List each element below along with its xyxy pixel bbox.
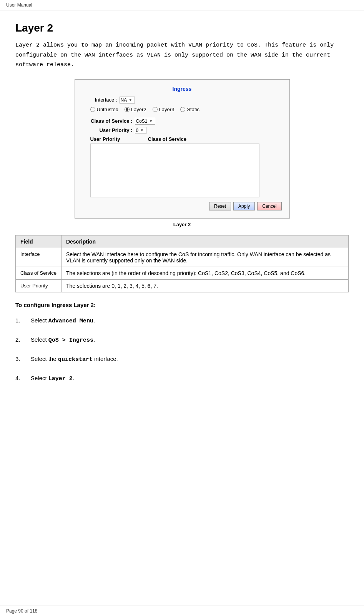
button-row: Reset Apply Cancel <box>83 202 282 210</box>
reset-button[interactable]: Reset <box>209 202 231 210</box>
step-item: 4.Select Layer 2. <box>15 374 349 384</box>
header-label: User Manual <box>6 2 32 8</box>
cos-label: Class of Service : <box>90 118 133 124</box>
user-priority-select-arrow: ▼ <box>140 128 145 132</box>
user-priority-row: User Priority : 0 ▼ <box>90 127 282 134</box>
step-number: 4. <box>15 374 31 383</box>
radio-circle-layer2 <box>125 107 130 112</box>
col-description-header: Description <box>61 235 348 248</box>
table-row: User PriorityThe selections are 0, 1, 2,… <box>16 279 349 292</box>
step-number: 1. <box>15 316 31 325</box>
radio-label-layer3: Layer3 <box>159 107 175 112</box>
cos-select-arrow: ▼ <box>149 119 155 123</box>
intro-paragraph: Layer 2 allows you to map an incoming pa… <box>15 40 349 70</box>
table-cell-field: Interface <box>16 248 61 267</box>
steps-container: 1.Select Advanced Menu.2.Select QoS > In… <box>15 316 349 384</box>
radio-layer3[interactable]: Layer3 <box>153 107 175 112</box>
table-cell-description: The selections are 0, 1, 2, 3, 4, 5, 6, … <box>61 279 348 292</box>
table-cell-description: Select the WAN interface here to configu… <box>61 248 348 267</box>
step-text: Select Layer 2. <box>31 374 74 384</box>
radio-row: Untrusted Layer2 Layer3 Static <box>90 107 282 112</box>
interface-select[interactable]: NA ▼ <box>120 97 135 104</box>
cos-row: Class of Service : CoS1 ▼ <box>90 118 282 125</box>
step-item: 3.Select the quickstart interface. <box>15 354 349 364</box>
interface-row: Interface : NA ▼ <box>83 97 282 104</box>
table-cell-field: User Priority <box>16 279 61 292</box>
cancel-button[interactable]: Cancel <box>257 202 281 210</box>
steps-heading: To configure Ingress Layer 2: <box>15 302 349 308</box>
step-number: 3. <box>15 354 31 364</box>
radio-label-static: Static <box>187 107 199 112</box>
ingress-panel: Ingress Interface : NA ▼ Untrusted Layer… <box>75 79 290 219</box>
radio-circle-static <box>180 107 185 112</box>
header-bar: User Manual <box>0 0 364 10</box>
table-cell-field: Class of Service <box>16 267 61 279</box>
radio-untrusted[interactable]: Untrusted <box>90 107 118 112</box>
apply-button[interactable]: Apply <box>233 202 255 210</box>
ingress-title: Ingress <box>83 86 282 92</box>
radio-label-layer2: Layer2 <box>131 107 146 112</box>
description-table: Field Description InterfaceSelect the WA… <box>15 235 349 292</box>
step-text: Select QoS > Ingress. <box>31 335 95 345</box>
cos-select[interactable]: CoS1 ▼ <box>135 118 156 125</box>
step-bold-keyword: Layer 2 <box>48 376 73 382</box>
step-item: 1.Select Advanced Menu. <box>15 316 349 326</box>
step-text: Select Advanced Menu. <box>31 316 95 326</box>
user-priority-label: User Priority : <box>90 127 133 133</box>
radio-circle-layer3 <box>153 107 158 112</box>
radio-circle-untrusted <box>90 107 95 112</box>
ingress-table-area <box>90 144 259 197</box>
cos-value: CoS1 <box>136 119 149 124</box>
radio-layer2[interactable]: Layer2 <box>125 107 146 112</box>
col-field-header: Field <box>16 235 61 248</box>
table-row: Class of ServiceThe selections are (in t… <box>16 267 349 279</box>
step-bold-keyword: Advanced Menu <box>48 318 93 324</box>
interface-value: NA <box>121 97 129 103</box>
radio-label-untrusted: Untrusted <box>97 107 118 112</box>
footer-label: Page 90 of 118 <box>6 608 37 614</box>
col-header-class-of-service: Class of Service <box>148 136 206 142</box>
step-text: Select the quickstart interface. <box>31 354 118 364</box>
figure-caption: Layer 2 <box>15 222 349 227</box>
user-priority-select[interactable]: 0 ▼ <box>135 127 147 134</box>
table-row: InterfaceSelect the WAN interface here t… <box>16 248 349 267</box>
table-header-row: Field Description <box>16 235 349 248</box>
step-bold-keyword: QoS > Ingress <box>48 337 93 344</box>
page-title: Layer 2 <box>15 22 349 34</box>
radio-static[interactable]: Static <box>180 107 199 112</box>
table-cell-description: The selections are (in the order of desc… <box>61 267 348 279</box>
col-header-user-priority: User Priority <box>90 136 148 142</box>
table-column-headers: User Priority Class of Service <box>90 136 282 142</box>
user-priority-value: 0 <box>136 128 140 133</box>
step-bold-keyword: quickstart <box>58 356 93 363</box>
footer-bar: Page 90 of 118 <box>0 606 364 616</box>
main-content: Layer 2 Layer 2 allows you to map an inc… <box>0 10 364 424</box>
interface-label: Interface : <box>83 97 117 103</box>
step-item: 2.Select QoS > Ingress. <box>15 335 349 345</box>
interface-select-arrow: ▼ <box>128 98 134 102</box>
step-number: 2. <box>15 335 31 344</box>
